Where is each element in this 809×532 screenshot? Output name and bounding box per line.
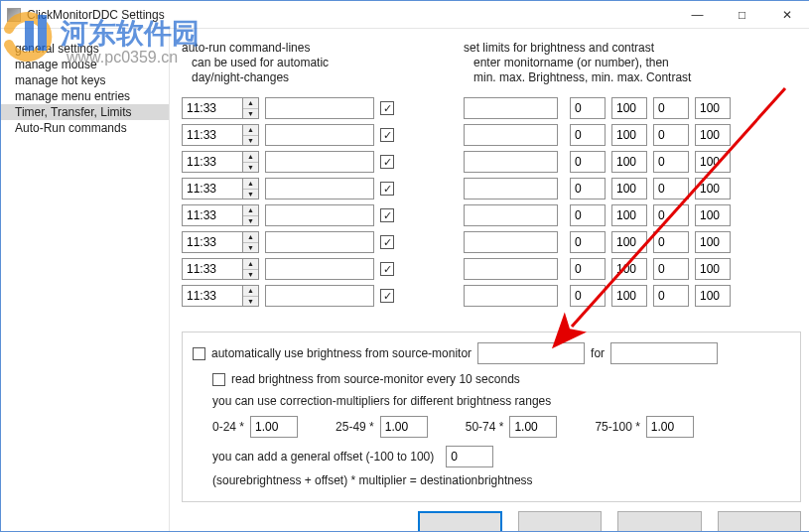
- limit-cmax-input[interactable]: [695, 258, 731, 280]
- btn3[interactable]: [617, 511, 701, 531]
- limit-cmin-input[interactable]: [653, 124, 689, 146]
- timer-enable-checkbox[interactable]: ✓: [380, 101, 394, 115]
- limit-cmin-input[interactable]: [653, 231, 689, 253]
- limit-cmax-input[interactable]: [695, 178, 731, 200]
- timer-enable-checkbox[interactable]: ✓: [380, 128, 394, 142]
- timer-command-input[interactable]: [265, 151, 374, 173]
- spin-down-icon[interactable]: ▼: [243, 163, 258, 173]
- timer-enable-checkbox[interactable]: ✓: [380, 289, 394, 303]
- read-every-10s-checkbox[interactable]: [212, 373, 225, 386]
- spin-up-icon[interactable]: ▲: [243, 125, 258, 136]
- limit-bmin-input[interactable]: [570, 285, 606, 307]
- timer-time-input[interactable]: [183, 152, 242, 172]
- spin-up-icon[interactable]: ▲: [243, 205, 258, 216]
- spin-down-icon[interactable]: ▼: [243, 243, 258, 253]
- limit-bmin-input[interactable]: [570, 151, 606, 173]
- timer-time-input[interactable]: [183, 232, 242, 252]
- limit-monitor-input[interactable]: [464, 97, 558, 119]
- multiplier-input[interactable]: [380, 416, 428, 438]
- spin-up-icon[interactable]: ▲: [243, 152, 258, 163]
- limit-monitor-input[interactable]: [464, 204, 558, 226]
- offset-input[interactable]: [446, 446, 493, 467]
- limit-cmax-input[interactable]: [695, 97, 731, 119]
- limit-bmax-input[interactable]: [611, 204, 647, 226]
- timer-command-input[interactable]: [265, 231, 374, 253]
- timer-time-input[interactable]: [183, 259, 242, 279]
- multiplier-input[interactable]: [646, 416, 694, 438]
- timer-command-input[interactable]: [265, 178, 374, 200]
- limit-cmax-input[interactable]: [695, 124, 731, 146]
- spin-down-icon[interactable]: ▼: [243, 216, 258, 226]
- timer-time-input[interactable]: [183, 125, 242, 145]
- auto-brightness-checkbox[interactable]: [193, 347, 205, 360]
- timer-enable-checkbox[interactable]: ✓: [380, 235, 394, 249]
- spin-up-icon[interactable]: ▲: [243, 98, 258, 109]
- timer-time-input[interactable]: [183, 205, 242, 225]
- spin-up-icon[interactable]: ▲: [243, 179, 258, 190]
- limit-cmax-input[interactable]: [695, 231, 731, 253]
- limit-monitor-input[interactable]: [464, 124, 558, 146]
- limit-monitor-input[interactable]: [464, 151, 558, 173]
- limit-bmax-input[interactable]: [611, 231, 647, 253]
- limit-bmin-input[interactable]: [570, 258, 606, 280]
- spin-down-icon[interactable]: ▼: [243, 136, 258, 146]
- timer-enable-checkbox[interactable]: ✓: [380, 155, 394, 169]
- limit-cmax-input[interactable]: [695, 204, 731, 226]
- timer-time-input[interactable]: [183, 286, 242, 306]
- timer-time-input[interactable]: [183, 98, 242, 118]
- limit-bmax-input[interactable]: [611, 151, 647, 173]
- multiplier-input[interactable]: [250, 416, 298, 438]
- limit-cmin-input[interactable]: [653, 97, 689, 119]
- sidebar-item-timer[interactable]: Timer, Transfer, Limits: [1, 104, 169, 120]
- limit-monitor-input[interactable]: [464, 231, 558, 253]
- limit-bmin-input[interactable]: [570, 124, 606, 146]
- maximize-button[interactable]: □: [720, 1, 764, 29]
- limit-bmin-input[interactable]: [570, 231, 606, 253]
- spin-down-icon[interactable]: ▼: [243, 190, 258, 200]
- limit-bmax-input[interactable]: [611, 178, 647, 200]
- limit-monitor-input[interactable]: [464, 178, 558, 200]
- spin-down-icon[interactable]: ▼: [243, 109, 258, 119]
- limit-bmax-input[interactable]: [611, 124, 647, 146]
- minimize-button[interactable]: —: [675, 1, 720, 29]
- spin-up-icon[interactable]: ▲: [243, 286, 258, 297]
- limit-bmax-input[interactable]: [611, 285, 647, 307]
- btn2[interactable]: [518, 511, 602, 531]
- limit-cmax-input[interactable]: [695, 285, 731, 307]
- limit-monitor-input[interactable]: [464, 285, 558, 307]
- limit-bmax-input[interactable]: [611, 258, 647, 280]
- spin-down-icon[interactable]: ▼: [243, 297, 258, 307]
- timer-enable-checkbox[interactable]: ✓: [380, 262, 394, 276]
- timer-time-input[interactable]: [183, 179, 242, 199]
- limit-cmin-input[interactable]: [653, 258, 689, 280]
- multiplier-input[interactable]: [509, 416, 557, 438]
- spin-down-icon[interactable]: ▼: [243, 270, 258, 280]
- spin-up-icon[interactable]: ▲: [243, 232, 258, 243]
- sidebar-item-mouse[interactable]: manage mouse: [1, 57, 169, 72]
- limit-monitor-input[interactable]: [464, 258, 558, 280]
- limit-cmin-input[interactable]: [653, 285, 689, 307]
- timer-enable-checkbox[interactable]: ✓: [380, 208, 394, 222]
- timer-command-input[interactable]: [265, 285, 374, 307]
- timer-command-input[interactable]: [265, 204, 374, 226]
- timer-command-input[interactable]: [265, 124, 374, 146]
- limit-cmin-input[interactable]: [653, 204, 689, 226]
- close-button[interactable]: ✕: [764, 1, 809, 29]
- timer-command-input[interactable]: [265, 97, 374, 119]
- limit-cmin-input[interactable]: [653, 151, 689, 173]
- limit-bmin-input[interactable]: [570, 97, 606, 119]
- ok-button[interactable]: [418, 511, 502, 531]
- limit-bmin-input[interactable]: [570, 204, 606, 226]
- btn4[interactable]: [718, 511, 801, 531]
- limit-bmax-input[interactable]: [611, 97, 647, 119]
- sidebar-item-autorun[interactable]: Auto-Run commands: [1, 120, 169, 136]
- source-monitor-input[interactable]: [477, 342, 585, 364]
- limit-bmin-input[interactable]: [570, 178, 606, 200]
- spin-up-icon[interactable]: ▲: [243, 259, 258, 270]
- timer-command-input[interactable]: [265, 258, 374, 280]
- limit-cmin-input[interactable]: [653, 178, 689, 200]
- dest-monitor-input[interactable]: [610, 342, 718, 364]
- timer-enable-checkbox[interactable]: ✓: [380, 182, 394, 196]
- sidebar-item-menu[interactable]: manage menu entries: [1, 88, 169, 104]
- limit-cmax-input[interactable]: [695, 151, 731, 173]
